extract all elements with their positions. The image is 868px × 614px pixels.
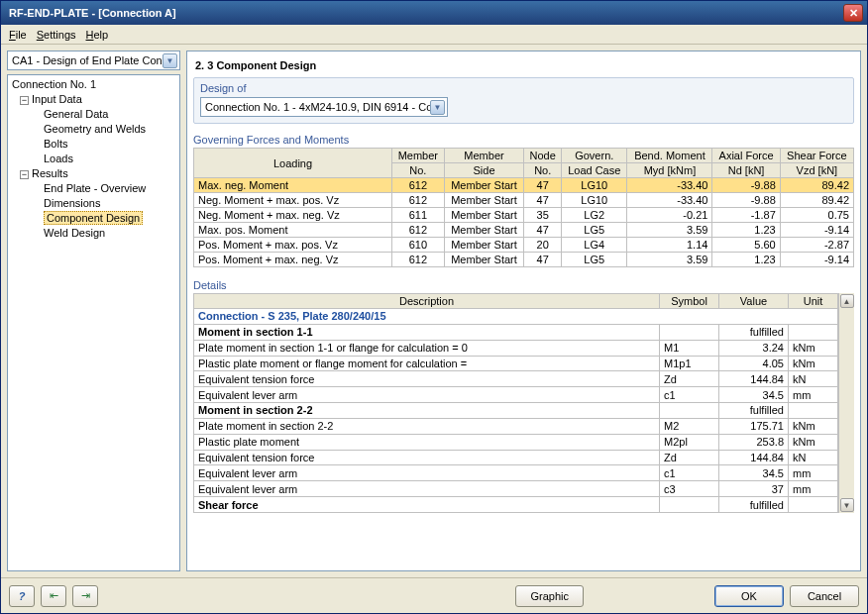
- governing-table-wrap: Loading Member Member Node Govern. Bend.…: [193, 148, 854, 267]
- close-icon[interactable]: ✕: [843, 4, 863, 22]
- table-row[interactable]: Plate moment in section 1-1 or flange fo…: [194, 340, 838, 356]
- import-icon: ⇤: [50, 589, 58, 602]
- title-bar[interactable]: RF-END-PLATE - [Connection A] ✕: [1, 1, 867, 25]
- button-bar: ? ⇤ ⇥ Graphic OK Cancel: [1, 577, 867, 613]
- tree-general-data[interactable]: General Data: [10, 107, 177, 122]
- table-row[interactable]: Connection - S 235, Plate 280/240/15: [194, 309, 838, 325]
- table-row[interactable]: Equivalent tension forceZd144.84kN: [194, 450, 838, 465]
- col-shear[interactable]: Shear Force: [780, 149, 853, 163]
- scroll-down-icon[interactable]: ▼: [840, 498, 854, 512]
- content-panel: 2. 3 Component Design Design of Connecti…: [186, 51, 861, 571]
- tree-component-design[interactable]: Component Design: [10, 211, 177, 226]
- case-combo[interactable]: CA1 - Design of End Plate Conn ▼: [7, 51, 180, 70]
- case-combo-text: CA1 - Design of End Plate Conn: [12, 54, 163, 66]
- col-govern[interactable]: Govern.: [562, 149, 627, 163]
- col-description[interactable]: Description: [194, 294, 660, 309]
- table-row[interactable]: Plate moment in section 2-2M2175.71kNm: [194, 418, 838, 434]
- graphic-button[interactable]: Graphic: [515, 585, 584, 607]
- col-symbol[interactable]: Symbol: [660, 294, 719, 309]
- col-member-side[interactable]: Member: [444, 149, 524, 163]
- table-row[interactable]: Max. neg. Moment612Member Start47LG10-33…: [194, 178, 854, 193]
- chevron-down-icon[interactable]: ▼: [430, 100, 445, 115]
- tree-weld-design[interactable]: Weld Design: [10, 226, 177, 241]
- table-row[interactable]: Equivalent lever armc337mm: [194, 481, 838, 497]
- page-title: 2. 3 Component Design: [193, 55, 854, 77]
- governing-table[interactable]: Loading Member Member Node Govern. Bend.…: [193, 148, 854, 267]
- table-row[interactable]: Moment in section 1-1fulfilled: [194, 324, 838, 340]
- table-row[interactable]: Equivalent lever armc134.5mm: [194, 465, 838, 481]
- col-unit[interactable]: Unit: [789, 294, 838, 309]
- col-value[interactable]: Value: [719, 294, 789, 309]
- col-member-no[interactable]: Member: [392, 149, 445, 163]
- chevron-down-icon[interactable]: ▼: [163, 53, 177, 68]
- tree-results[interactable]: −Results: [10, 166, 177, 181]
- export-button[interactable]: ⇥: [72, 585, 98, 607]
- details-scrollbar[interactable]: ▲ ▼: [838, 293, 854, 513]
- menu-help[interactable]: Help: [86, 29, 109, 41]
- menu-bar: File Settings Help: [1, 25, 867, 45]
- table-row[interactable]: Pos. Moment + max. neg. Vz612Member Star…: [194, 253, 854, 267]
- design-of-group: Design of Connection No. 1 - 4xM24-10.9,…: [193, 77, 854, 124]
- tree-bolts[interactable]: Bolts: [10, 137, 177, 152]
- navigator-panel: CA1 - Design of End Plate Conn ▼ Connect…: [7, 51, 180, 571]
- tree-input-data[interactable]: −Input Data: [10, 92, 177, 107]
- table-row[interactable]: Neg. Moment + max. pos. Vz612Member Star…: [194, 193, 854, 208]
- menu-settings[interactable]: Settings: [37, 29, 76, 41]
- col-bend[interactable]: Bend. Moment: [627, 149, 712, 163]
- export-icon: ⇥: [81, 589, 90, 602]
- tree-root[interactable]: Connection No. 1: [10, 77, 177, 92]
- table-row[interactable]: Plastic plate momentM2pl253.8kNm: [194, 434, 838, 450]
- import-button[interactable]: ⇤: [41, 585, 66, 607]
- tree-end-plate-overview[interactable]: End Plate - Overview: [10, 181, 177, 196]
- table-row[interactable]: Plastic plate moment or flange moment fo…: [194, 356, 838, 371]
- details-table[interactable]: Description Symbol Value Unit Connection…: [193, 293, 838, 513]
- details-label: Details: [193, 279, 854, 291]
- dialog-body: CA1 - Design of End Plate Conn ▼ Connect…: [1, 45, 867, 577]
- table-row[interactable]: Equivalent tension forceZd144.84kN: [194, 371, 838, 387]
- scroll-up-icon[interactable]: ▲: [840, 294, 854, 308]
- help-icon: ?: [19, 590, 26, 602]
- design-of-combo[interactable]: Connection No. 1 - 4xM24-10.9, DIN 6914 …: [200, 97, 448, 117]
- col-loading[interactable]: Loading: [194, 149, 392, 178]
- col-axial[interactable]: Axial Force: [712, 149, 780, 163]
- ok-button[interactable]: OK: [714, 585, 784, 607]
- tree-geometry-welds[interactable]: Geometry and Welds: [10, 122, 177, 137]
- help-button[interactable]: ?: [9, 585, 35, 607]
- navigator-tree[interactable]: Connection No. 1 −Input Data General Dat…: [7, 74, 180, 571]
- table-row[interactable]: Equivalent lever armc134.5mm: [194, 387, 838, 403]
- tree-dimensions[interactable]: Dimensions: [10, 196, 177, 211]
- table-row[interactable]: Shear forcefulfilled: [194, 497, 838, 513]
- design-of-combo-text: Connection No. 1 - 4xM24-10.9, DIN 6914 …: [205, 101, 430, 113]
- window-title: RF-END-PLATE - [Connection A]: [5, 7, 843, 19]
- design-of-label: Design of: [200, 82, 847, 94]
- dialog-window: RF-END-PLATE - [Connection A] ✕ File Set…: [0, 0, 868, 614]
- tree-loads[interactable]: Loads: [10, 152, 177, 166]
- menu-file[interactable]: File: [9, 29, 27, 41]
- cancel-button[interactable]: Cancel: [790, 585, 859, 607]
- governing-label: Governing Forces and Moments: [193, 134, 854, 146]
- col-node-no[interactable]: Node: [524, 149, 562, 163]
- table-row[interactable]: Max. pos. Moment612Member Start47LG53.59…: [194, 223, 854, 238]
- table-row[interactable]: Pos. Moment + max. pos. Vz610Member Star…: [194, 238, 854, 253]
- table-row[interactable]: Moment in section 2-2fulfilled: [194, 403, 838, 419]
- table-row[interactable]: Neg. Moment + max. neg. Vz611Member Star…: [194, 208, 854, 223]
